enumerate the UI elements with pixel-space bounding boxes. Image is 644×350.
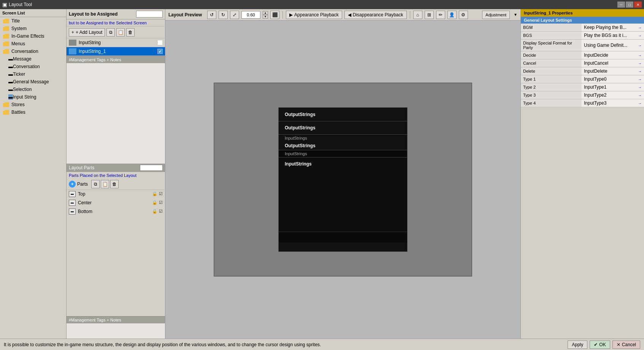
prop-arrow-cancel[interactable]: →: [638, 61, 642, 65]
ok-button[interactable]: ✔ OK: [590, 340, 610, 349]
layout-item-checkbox[interactable]: ✔: [157, 49, 163, 54]
input-strings-section: InputStrings: [279, 158, 407, 232]
screen-icon: ▬: [8, 94, 13, 100]
screen-icon: ▬: [8, 64, 13, 69]
output-row-1: OutputStrings: [279, 108, 407, 121]
sidebar-item-message[interactable]: ▬ Message: [0, 55, 66, 63]
prop-val-type2[interactable]: InputType1 →: [582, 83, 644, 91]
layout-item-inputstring1[interactable]: InputString_1 ✔: [67, 47, 165, 56]
part-icon: ▬: [69, 208, 76, 215]
prop-value-decide: InputDecide: [584, 52, 608, 58]
prop-key-type3: Type 3: [521, 91, 582, 99]
paste-part-button[interactable]: 📋: [101, 180, 109, 188]
part-item-center[interactable]: ▬ Center 🔒 ☑: [67, 199, 165, 207]
preview-canvas: OutputStrings OutputStrings InputStrings…: [165, 21, 520, 339]
properties-section: General Layout Settings: [521, 17, 644, 24]
layout-item-inputstring[interactable]: InputString: [67, 38, 165, 47]
prop-val-type3[interactable]: InputType2 →: [582, 91, 644, 99]
check-icon[interactable]: ☑: [159, 209, 163, 214]
check-icon[interactable]: ☑: [159, 200, 163, 205]
input-strings-label: InputStrings: [282, 151, 310, 157]
delete-layout-button[interactable]: 🗑: [126, 28, 135, 37]
prop-val-bgm[interactable]: Keep Playing the B... →: [582, 24, 644, 32]
adjustment-button[interactable]: Adjustment: [482, 11, 510, 19]
part-item-bottom[interactable]: ▬ Bottom 🔒 ☑: [67, 207, 165, 216]
mgmt-notes-top[interactable]: [67, 63, 165, 164]
cancel-button[interactable]: ✕ Cancel: [612, 340, 640, 349]
zoom-spinner[interactable]: ▲ ▼: [263, 11, 268, 19]
zoom-input[interactable]: 0.60: [241, 11, 260, 19]
prop-val-delete[interactable]: InputDelete →: [582, 67, 644, 75]
person-button[interactable]: 👤: [447, 11, 457, 19]
paste-layout-button[interactable]: 📋: [116, 28, 125, 37]
layout-search-input[interactable]: [136, 11, 163, 18]
sidebar-item-label: Menus: [11, 41, 25, 46]
prop-val-type1[interactable]: InputType0 →: [582, 75, 644, 83]
zoom-down-button[interactable]: ▼: [263, 15, 268, 19]
appearance-playback-button[interactable]: ▶ Appearance Playback: [286, 11, 342, 19]
sidebar-item-selection[interactable]: ▬ Selection: [0, 86, 66, 93]
separator-1: [282, 11, 283, 19]
undo-button[interactable]: ↺: [207, 11, 216, 19]
pencil-button[interactable]: ✏: [436, 11, 445, 19]
prop-arrow-bgm[interactable]: →: [638, 25, 642, 30]
layout-item-checkbox[interactable]: [157, 40, 163, 45]
sidebar-item-system[interactable]: System: [0, 25, 66, 32]
prop-value-display: Using Game Definit...: [584, 43, 627, 48]
sidebar-item-label: Input String: [13, 94, 36, 100]
sidebar-item-conversation[interactable]: ▬ Conversation: [0, 63, 66, 70]
sidebar-item-general-message[interactable]: ▬ General Message: [0, 78, 66, 86]
prop-arrow-decide[interactable]: →: [638, 53, 642, 57]
minimize-button[interactable]: ─: [617, 2, 625, 8]
disappearance-playback-button[interactable]: ◀ Disappearance Playback: [344, 11, 407, 19]
copy-part-button[interactable]: ⧉: [91, 180, 100, 188]
sidebar-item-in-game-effects[interactable]: In-Game Effects: [0, 32, 66, 40]
resize-button[interactable]: ⤢: [230, 11, 239, 19]
check-icon[interactable]: ☑: [159, 191, 163, 196]
prop-arrow-display[interactable]: →: [638, 43, 642, 48]
prop-arrow-delete[interactable]: →: [638, 69, 642, 73]
close-button[interactable]: ✕: [634, 2, 642, 8]
prop-row-type2: Type 2 InputType1 →: [521, 83, 644, 91]
prop-arrow-type2[interactable]: →: [638, 85, 642, 89]
input-strings-main-label: InputStrings: [282, 160, 404, 168]
mgmt-notes-bottom[interactable]: [67, 323, 165, 339]
prop-val-decide[interactable]: InputDecide →: [582, 51, 644, 59]
prop-val-cancel[interactable]: InputCancel →: [582, 59, 644, 67]
properties-header: InputString_1 Properties: [521, 9, 644, 17]
apply-button[interactable]: Apply: [568, 340, 587, 349]
sidebar-item-title[interactable]: Title: [0, 17, 66, 25]
zoom-up-button[interactable]: ▲: [263, 11, 268, 15]
parts-subtitle: Parts Placed on the Selected Layout: [67, 172, 165, 179]
maximize-button[interactable]: □: [626, 2, 633, 8]
sidebar-item-ticker[interactable]: ▬ Ticker: [0, 70, 66, 78]
prop-arrow-bgs[interactable]: →: [638, 33, 642, 38]
sidebar-item-menus[interactable]: Menus: [0, 40, 66, 48]
prop-val-bgs[interactable]: Play the BGS as it i... →: [582, 32, 644, 40]
prop-value-delete: InputDelete: [584, 68, 607, 74]
home-button[interactable]: ⌂: [413, 11, 422, 19]
delete-part-button[interactable]: 🗑: [110, 180, 119, 188]
prop-arrow-type4[interactable]: →: [638, 101, 642, 105]
add-parts-button[interactable]: + Parts: [69, 181, 88, 188]
prop-arrow-type1[interactable]: →: [638, 77, 642, 81]
sidebar-item-stores[interactable]: Stores: [0, 101, 66, 108]
prop-value-bgs: Play the BGS as it i...: [584, 33, 627, 38]
add-layout-button[interactable]: + + Add Layout: [69, 28, 105, 37]
prop-val-display[interactable]: Using Game Definit... →: [582, 40, 644, 51]
grid-button[interactable]: ⊞: [425, 11, 434, 19]
prop-arrow-type3[interactable]: →: [638, 93, 642, 97]
parts-search-input[interactable]: [140, 165, 163, 171]
folder-icon: [3, 26, 9, 31]
redo-button[interactable]: ↻: [219, 11, 228, 19]
sidebar-item-label: Conversation: [13, 64, 40, 69]
sidebar-item-conversation-group[interactable]: Conversation: [0, 48, 66, 55]
prop-val-type4[interactable]: InputType3 →: [582, 99, 644, 107]
sidebar-item-input-string[interactable]: ▬ Input String: [0, 93, 66, 101]
copy-layout-button[interactable]: ⧉: [106, 28, 115, 37]
layout-item-label: InputString_1: [79, 49, 106, 54]
settings-button[interactable]: ⚙: [459, 11, 468, 19]
fit-button[interactable]: ⬛: [270, 11, 279, 19]
sidebar-item-battles[interactable]: Battles: [0, 108, 66, 116]
part-item-top[interactable]: ▬ Top 🔒 ☑: [67, 190, 165, 199]
